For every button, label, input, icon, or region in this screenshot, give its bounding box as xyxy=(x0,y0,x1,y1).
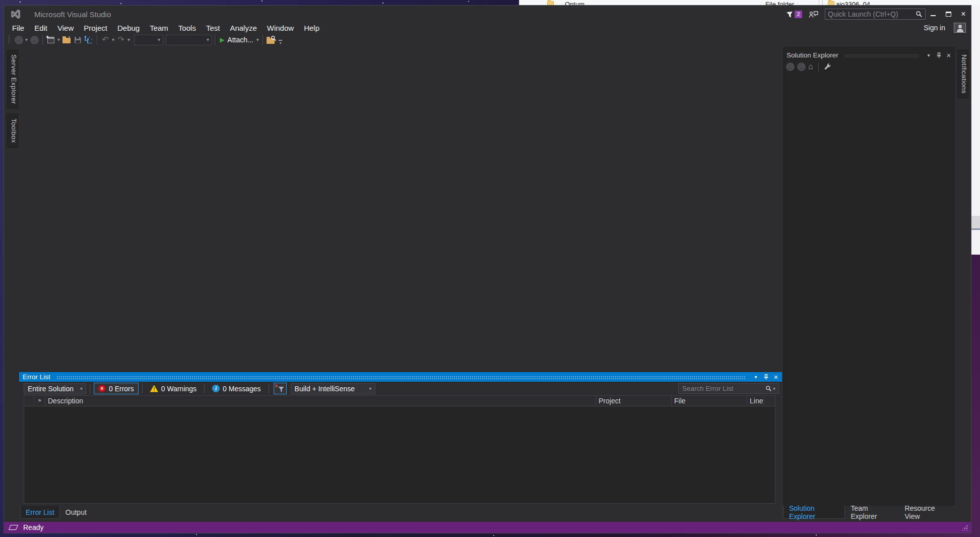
home-button[interactable]: ⌂ xyxy=(808,63,813,71)
clear-x-icon: × xyxy=(275,384,278,389)
notifications-funnel-icon[interactable] xyxy=(787,12,794,18)
find-in-files-icon xyxy=(267,36,276,44)
standard-toolbar: ← ▾ → ✦ ▾ ‹ ↶ ▾ ↷ ▾ ▾ ▾ xyxy=(4,33,971,47)
sign-in-link[interactable]: Sign in xyxy=(924,24,945,32)
column-description[interactable]: Description xyxy=(45,396,596,406)
open-file-button[interactable]: ‹ xyxy=(61,34,72,46)
toolbar-overflow-button[interactable]: ▾ xyxy=(279,40,283,45)
clear-filters-toggle-button[interactable]: × xyxy=(274,383,287,394)
solution-explorer-content[interactable] xyxy=(782,73,955,506)
window-resize-grip[interactable] xyxy=(961,524,967,530)
pin-button[interactable] xyxy=(934,51,944,59)
tab-output[interactable]: Output xyxy=(60,506,92,519)
save-icon xyxy=(75,37,81,43)
error-list-search-box[interactable]: ▾ xyxy=(678,383,779,394)
tab-toolbox[interactable]: Toolbox xyxy=(7,113,19,148)
tab-error-list[interactable]: Error List xyxy=(20,506,60,519)
menu-edit[interactable]: Edit xyxy=(29,23,52,33)
undo-dropdown-caret[interactable]: ▾ xyxy=(111,37,115,42)
maximize-icon xyxy=(946,12,951,17)
warnings-toggle-button[interactable]: ! 0 Warnings xyxy=(146,383,201,394)
error-list-search-input[interactable] xyxy=(682,385,765,392)
quick-launch-box[interactable] xyxy=(825,9,926,20)
severity-header-icon: ⚑ xyxy=(37,398,41,403)
attach-button[interactable]: ▶ Attach... xyxy=(218,34,255,46)
error-list-title-bar[interactable]: Error List ▾ × xyxy=(19,372,782,382)
column-line[interactable]: Line xyxy=(747,396,764,406)
column-project[interactable]: Project xyxy=(596,396,672,406)
menu-file[interactable]: File xyxy=(7,23,29,33)
solution-explorer-title-bar[interactable]: Solution Explorer ▾ × xyxy=(782,50,955,61)
window-position-button[interactable]: ▾ xyxy=(751,373,761,381)
redo-dropdown-caret[interactable]: ▾ xyxy=(126,37,131,42)
menu-view[interactable]: View xyxy=(52,23,79,33)
maximize-button[interactable] xyxy=(941,8,956,21)
quick-launch-input[interactable] xyxy=(828,10,916,18)
error-icon: × xyxy=(98,385,106,392)
messages-toggle-button[interactable]: i 0 Messages xyxy=(208,383,265,394)
toolbar-grip-handle[interactable] xyxy=(8,35,10,44)
menu-tools[interactable]: Tools xyxy=(173,23,201,33)
tab-resource-view[interactable]: Resource View xyxy=(899,506,955,519)
errors-toggle-button[interactable]: × 0 Errors xyxy=(94,383,139,394)
close-panel-button[interactable]: × xyxy=(771,373,781,381)
source-filter-combobox[interactable]: Build + IntelliSense ▾ xyxy=(291,383,375,394)
error-list-title: Error List xyxy=(23,373,50,381)
minimize-button[interactable] xyxy=(926,8,941,21)
error-table-body[interactable] xyxy=(24,406,775,504)
tab-notifications[interactable]: Notifications xyxy=(957,49,969,98)
back-dropdown-caret[interactable]: ▾ xyxy=(24,37,29,42)
new-project-dropdown-caret[interactable]: ▾ xyxy=(56,37,61,42)
menu-window[interactable]: Window xyxy=(262,23,299,33)
attach-dropdown-caret[interactable]: ▾ xyxy=(255,37,260,42)
folder-icon[interactable] xyxy=(828,1,834,5)
solution-configurations-combobox[interactable]: ▾ xyxy=(166,35,212,45)
notifications-count-badge[interactable]: 2 xyxy=(795,11,802,18)
column-file[interactable]: File xyxy=(672,396,747,406)
attach-label: Attach... xyxy=(227,36,253,44)
debug-target-combobox[interactable]: ▾ xyxy=(134,35,163,45)
close-panel-button[interactable]: × xyxy=(944,51,954,59)
pin-button[interactable] xyxy=(761,373,771,381)
toolbar-separator xyxy=(142,384,143,394)
tab-solution-explorer[interactable]: Solution Explorer xyxy=(783,506,845,519)
menu-analyze[interactable]: Analyze xyxy=(225,23,262,33)
navigate-forward-button[interactable]: → xyxy=(29,34,40,46)
new-project-button[interactable]: ✦ xyxy=(45,34,56,46)
properties-wrench-button[interactable] xyxy=(824,63,831,71)
tab-team-explorer[interactable]: Team Explorer xyxy=(845,506,899,519)
close-button[interactable]: × xyxy=(956,8,971,21)
scope-filter-value: Entire Solution xyxy=(28,385,74,393)
column-severity[interactable]: ⚑ xyxy=(34,396,45,406)
navigate-back-button[interactable]: ← xyxy=(13,34,24,46)
back-button[interactable]: ← xyxy=(786,63,795,71)
save-all-button[interactable] xyxy=(83,34,94,46)
undo-button[interactable]: ↶ xyxy=(100,34,111,46)
redo-button[interactable]: ↷ xyxy=(115,34,126,46)
menu-team[interactable]: Team xyxy=(145,23,173,33)
column-selection[interactable] xyxy=(24,396,34,406)
scope-filter-combobox[interactable]: Entire Solution ▾ xyxy=(24,383,86,394)
forward-button[interactable]: → xyxy=(797,63,806,71)
search-icon xyxy=(765,385,772,392)
toolbar-separator xyxy=(818,63,819,71)
find-in-files-button[interactable] xyxy=(266,34,277,46)
menu-debug[interactable]: Debug xyxy=(112,23,145,33)
solution-explorer-toolbar: ← → ⌂ xyxy=(782,61,955,73)
menu-project[interactable]: Project xyxy=(79,23,112,33)
toolbar-separator xyxy=(97,35,97,45)
chevron-down-icon[interactable]: ▾ xyxy=(772,386,776,391)
folder-icon[interactable] xyxy=(547,1,554,5)
user-avatar-button[interactable] xyxy=(954,23,966,33)
solution-explorer-title: Solution Explorer xyxy=(787,51,838,59)
menu-test[interactable]: Test xyxy=(201,23,225,33)
tab-server-explorer[interactable]: Server Explorer xyxy=(7,49,19,109)
title-bar[interactable]: Microsoft Visual Studio 2 xyxy=(4,6,971,23)
save-button[interactable] xyxy=(72,34,83,46)
background-file-name[interactable]: aio3306_04 xyxy=(836,1,870,5)
window-position-button[interactable]: ▾ xyxy=(924,51,934,59)
background-file-name[interactable]: Ontum xyxy=(565,1,584,5)
toolbar-separator xyxy=(42,35,43,45)
feedback-icon[interactable] xyxy=(809,11,818,18)
menu-help[interactable]: Help xyxy=(299,23,324,33)
